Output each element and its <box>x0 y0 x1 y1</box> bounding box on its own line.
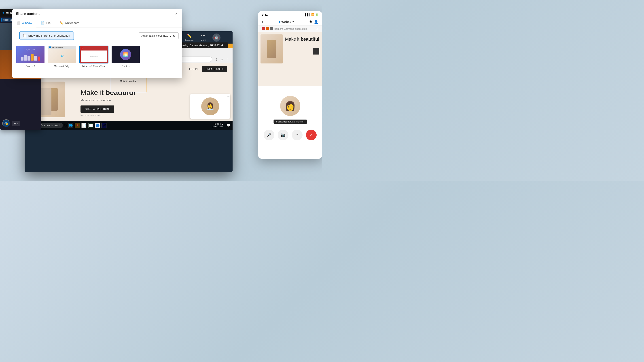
layout-button[interactable]: ⊞ ∨ <box>12 121 20 126</box>
more-browser-button[interactable]: ⋮ <box>226 56 230 62</box>
phone-speaker-section: 👩 Speaking: Barbara German <box>258 86 322 126</box>
phone-mute-button[interactable]: 🎤 <box>264 130 274 140</box>
phone-speaker-avatar: 👩 <box>280 96 300 116</box>
file-icon: 📄 <box>41 21 44 24</box>
edge-preview: Make it beautiful 🌐 <box>48 45 77 63</box>
phone-more-icon: ••• <box>296 133 298 137</box>
thumb-ppt[interactable]: P Presentation Microsoft PowerPoint <box>80 45 108 67</box>
browser-extra-actions: ⋮ ☆ ⋮ <box>214 56 230 62</box>
phone-controls: 🎤 📷 ••• ✕ <box>258 126 322 144</box>
thumb-edge[interactable]: Make it beautiful 🌐 Microsoft Edge <box>48 45 77 67</box>
phone-header-actions: ✱ 👤 <box>309 20 318 24</box>
speaking-prefix: Speaking: <box>276 120 287 123</box>
avatar-icon: 🤖 <box>214 35 219 39</box>
webex-logo-icon: ● <box>2 11 4 15</box>
webex-logo-dot <box>278 21 280 23</box>
phone-mute-icon: 🎤 <box>266 132 272 137</box>
app-icon-2 <box>266 27 269 30</box>
ppt-label: Microsoft PowerPoint <box>82 65 106 67</box>
notifications-button[interactable]: 💬 <box>226 124 230 127</box>
signal-icon: ▌▌▌ <box>305 13 310 16</box>
tab-file[interactable]: 📄 File <box>36 19 55 27</box>
bar-1 <box>21 57 24 60</box>
create-site-button[interactable]: CREATE A SITE <box>202 66 227 72</box>
phone-video-button[interactable]: 📷 <box>278 130 288 140</box>
profile-button[interactable]: 👤 <box>314 20 318 24</box>
ppt-icon: P <box>81 47 84 50</box>
taskbar-date: 15/07/2020 <box>212 125 224 128</box>
taskbar-icons: 🔍 Type here to search ⧉ 🌐 P 📄 📊 🔵 W <box>34 123 211 128</box>
taskbar-time: 02:12 PM <box>214 123 224 125</box>
thumb-screen1[interactable]: 7,870,358 Screen 1 <box>16 45 45 67</box>
phone-end-call-button[interactable]: ✕ <box>306 130 317 140</box>
sidebar-bottom-options: ⊞ ∨ <box>12 121 20 126</box>
bar-3 <box>28 56 30 60</box>
dialog-tabs: ⬜ Window 📄 File ✏️ Whiteboard <box>12 19 182 27</box>
photos-preview: 🌅 <box>111 45 140 63</box>
dialog-title: Share content <box>16 12 40 16</box>
phone-status-icons: ▌▌▌ 📶 🔋 <box>305 13 318 16</box>
photos-label: Photos <box>122 65 130 67</box>
dialog-close-button[interactable]: × <box>174 12 179 16</box>
webex-reactions-button[interactable]: 🎭 <box>2 119 10 127</box>
bar-5 <box>34 56 37 60</box>
more-label: More <box>200 39 206 41</box>
phone-decoration <box>312 48 319 54</box>
taskbar-clock: 02:12 PM 15/07/2020 <box>212 123 224 128</box>
bar-2 <box>24 55 27 60</box>
phone-product-bottle <box>267 40 276 58</box>
more-button[interactable]: ••• More <box>198 33 209 42</box>
whiteboard-icon: ✏️ <box>60 21 63 24</box>
phone-hero-text: Make it beautiful <box>285 37 319 42</box>
bookmark-button[interactable]: ☆ <box>220 56 224 62</box>
windows-taskbar: ⊞ 🔍 Type here to search ⧉ 🌐 P 📄 📊 🔵 W 02… <box>24 121 232 130</box>
extensions-button[interactable]: ⋮ <box>214 56 219 62</box>
overlay-menu-icon[interactable]: ••• <box>226 95 230 98</box>
ppt-taskbar-icon[interactable]: P <box>75 123 80 128</box>
wifi-icon: 📶 <box>311 13 314 16</box>
show-me-option[interactable]: Show me in front of presentation <box>20 31 74 40</box>
bar-6 <box>38 56 40 60</box>
tab-window[interactable]: ⬜ Window <box>12 19 36 27</box>
annotate-button[interactable]: ✏️ Annotate <box>182 33 196 42</box>
phone-product-image <box>260 34 283 63</box>
dialog-titlebar: Share content × <box>12 9 182 19</box>
window-thumbnails: 7,870,358 Screen 1 <box>12 44 182 71</box>
phone-status-bar: 9:41 ▌▌▌ 📶 🔋 <box>258 11 322 18</box>
thumb-photos[interactable]: 🌅 Photos <box>111 45 140 67</box>
expand-content-icon[interactable]: ⊞ <box>316 27 318 31</box>
phone-back-button[interactable]: ‹ <box>262 19 263 24</box>
ppt-preview: P Presentation <box>80 45 108 63</box>
sidebar-bottom-controls: 🎭 ⊞ ∨ <box>0 117 41 130</box>
auto-optimize-button[interactable]: Automatically optimize ∨ ⚙ <box>139 32 179 39</box>
preview-content: Make it beautiful <box>119 79 138 83</box>
edge-icon <box>49 46 51 48</box>
bluetooth-button[interactable]: ✱ <box>309 20 312 24</box>
login-button[interactable]: LOG IN <box>186 66 200 72</box>
acrobat-taskbar-icon[interactable]: 📄 <box>82 123 87 128</box>
tab-window-label: Window <box>22 21 32 24</box>
excel-taskbar-icon[interactable]: 📊 <box>88 123 94 128</box>
phone-sharing-label: Barbara German's application ⊞ <box>258 26 322 32</box>
edge-taskbar-icon[interactable]: 🌐 <box>68 123 73 128</box>
app-icon-3 <box>270 27 273 30</box>
word-taskbar-icon[interactable]: W <box>102 123 107 128</box>
phone-end-icon: ✕ <box>310 132 313 137</box>
tab-whiteboard[interactable]: ✏️ Whiteboard <box>55 19 84 27</box>
dropdown-chevron-icon: ∨ <box>292 20 294 23</box>
tab-file-label: File <box>46 21 50 24</box>
trial-button[interactable]: START A FREE TRIAL <box>80 105 114 113</box>
show-me-checkbox[interactable] <box>23 34 26 37</box>
task-view-button[interactable]: ⧉ <box>64 123 67 127</box>
share-content-dialog: Share content × ⬜ Window 📄 File ✏️ White… <box>12 9 182 78</box>
webex-avatar-button[interactable]: 🤖 <box>212 33 220 41</box>
annotate-icon: ✏️ <box>187 33 192 38</box>
sq-header-actions: LOG IN CREATE A SITE <box>186 66 227 72</box>
chrome-taskbar-icon[interactable]: 🔵 <box>95 123 100 128</box>
phone-more-button[interactable]: ••• <box>292 130 302 140</box>
edge-tab-text: Make it beautiful <box>52 47 63 48</box>
phone-headline-1: Make it <box>285 37 300 41</box>
phone-app-name: Webex <box>281 20 291 24</box>
chart-bars <box>21 52 40 60</box>
app-icon-1 <box>262 27 265 30</box>
